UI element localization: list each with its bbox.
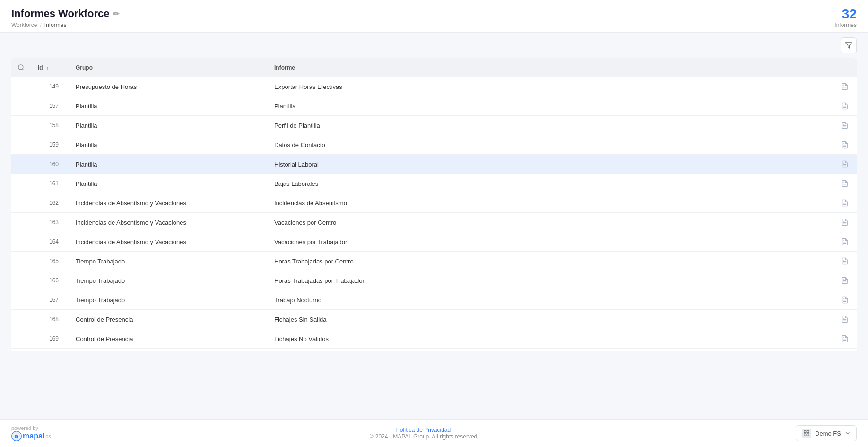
td-grupo: Tiempo Trabajado: [68, 290, 267, 310]
table-row[interactable]: 158PlantillaPerfil de Plantilla: [11, 116, 857, 135]
table-row[interactable]: 169Control de PresenciaFichajes No Válid…: [11, 329, 857, 349]
td-empty: [11, 232, 30, 252]
download-icon[interactable]: [841, 335, 849, 342]
table-row[interactable]: 159PlantillaDatos de Contacto: [11, 135, 857, 155]
breadcrumb: Workforce / Informes: [11, 22, 119, 28]
table-row[interactable]: 149Presupuesto de HorasExportar Horas Ef…: [11, 77, 857, 96]
table-row[interactable]: 163Incidencias de Absentismo y Vacacione…: [11, 213, 857, 232]
download-icon[interactable]: [841, 199, 849, 207]
td-action[interactable]: [833, 193, 857, 213]
td-action[interactable]: [833, 135, 857, 155]
td-empty: [11, 213, 30, 232]
download-icon[interactable]: [841, 141, 849, 149]
download-icon[interactable]: [841, 296, 849, 304]
table-container: Id ↑ Grupo Informe 149Presupuesto de Hor…: [0, 58, 868, 419]
td-empty: [11, 96, 30, 116]
td-action[interactable]: [833, 271, 857, 290]
download-icon[interactable]: [841, 102, 849, 110]
td-grupo: Tiempo Trabajado: [68, 271, 267, 290]
td-informe: Vacaciones por Centro: [267, 213, 833, 232]
table-row[interactable]: 162Incidencias de Absentismo y Vacacione…: [11, 193, 857, 213]
td-id: 168: [30, 310, 68, 329]
svg-rect-39: [804, 431, 806, 433]
breadcrumb-workforce[interactable]: Workforce: [11, 22, 37, 28]
download-icon[interactable]: [841, 316, 849, 323]
download-icon[interactable]: [841, 83, 849, 90]
table-row[interactable]: 167Tiempo TrabajadoTrabajo Nocturno: [11, 290, 857, 310]
informes-table: Id ↑ Grupo Informe 149Presupuesto de Hor…: [11, 58, 857, 351]
th-id[interactable]: Id ↑: [30, 58, 68, 77]
td-grupo: Tiempo Trabajado: [68, 349, 267, 352]
th-id-label: Id: [38, 64, 43, 71]
td-action[interactable]: [833, 155, 857, 174]
download-icon[interactable]: [841, 180, 849, 187]
td-action[interactable]: [833, 349, 857, 352]
td-action[interactable]: [833, 213, 857, 232]
mapal-logo-icon: m: [11, 431, 22, 441]
table-row[interactable]: 166Tiempo TrabajadoHoras Trabajadas por …: [11, 271, 857, 290]
td-informe: Fichajes Sin Salida: [267, 310, 833, 329]
page-footer: powered by m mapalos Política de Privaci…: [0, 419, 868, 447]
td-action[interactable]: [833, 77, 857, 96]
svg-rect-42: [807, 434, 809, 436]
td-grupo: Control de Presencia: [68, 310, 267, 329]
svg-marker-0: [845, 43, 851, 48]
filter-icon: [845, 42, 852, 49]
privacy-link[interactable]: Política de Privacidad: [396, 427, 451, 433]
table-row[interactable]: 164Incidencias de Absentismo y Vacacione…: [11, 232, 857, 252]
td-grupo: Presupuesto de Horas: [68, 77, 267, 96]
download-icon[interactable]: [841, 238, 849, 245]
table-row[interactable]: 165Tiempo TrabajadoHoras Trabajadas por …: [11, 252, 857, 271]
td-action[interactable]: [833, 329, 857, 349]
download-icon[interactable]: [841, 257, 849, 265]
td-action[interactable]: [833, 174, 857, 193]
td-action[interactable]: [833, 310, 857, 329]
td-empty: [11, 77, 30, 96]
td-empty: [11, 193, 30, 213]
header-row: Id ↑ Grupo Informe: [11, 58, 857, 77]
powered-by-label: powered by: [11, 425, 51, 431]
td-action[interactable]: [833, 96, 857, 116]
td-id: 157: [30, 96, 68, 116]
download-icon[interactable]: [841, 219, 849, 226]
td-informe: Bajas Laborales: [267, 174, 833, 193]
td-empty: [11, 155, 30, 174]
table-row[interactable]: 161PlantillaBajas Laborales: [11, 174, 857, 193]
td-id: 163: [30, 213, 68, 232]
table-row[interactable]: 168Control de PresenciaFichajes Sin Sali…: [11, 310, 857, 329]
td-id: 149: [30, 77, 68, 96]
td-action[interactable]: [833, 232, 857, 252]
filter-button[interactable]: [841, 37, 857, 53]
edit-icon[interactable]: ✏: [113, 9, 119, 18]
td-action[interactable]: [833, 290, 857, 310]
td-informe: Exportar Horas Efectivas: [267, 77, 833, 96]
breadcrumb-separator: /: [40, 22, 41, 28]
chevron-down-icon: [845, 430, 851, 436]
td-informe: Datos de Contacto: [267, 135, 833, 155]
td-grupo: Plantilla: [68, 174, 267, 193]
td-grupo: Plantilla: [68, 96, 267, 116]
search-icon[interactable]: [15, 64, 26, 71]
td-grupo: Incidencias de Absentismo y Vacaciones: [68, 193, 267, 213]
header-left: Informes Workforce ✏ Workforce / Informe…: [11, 8, 119, 28]
td-informe: Plantilla: [267, 96, 833, 116]
copyright-text: © 2024 - MAPAL Group. All rights reserve…: [370, 433, 477, 440]
td-action[interactable]: [833, 252, 857, 271]
table-header: Id ↑ Grupo Informe: [11, 58, 857, 77]
td-grupo: Control de Presencia: [68, 329, 267, 349]
table-row[interactable]: 170Tiempo TrabajadoEstado del Personal p…: [11, 349, 857, 352]
mapal-logo: m mapalos: [11, 431, 51, 441]
user-selector[interactable]: Demo FS: [796, 425, 857, 441]
scroll-wrapper[interactable]: Id ↑ Grupo Informe 149Presupuesto de Hor…: [11, 58, 857, 351]
table-row[interactable]: 157PlantillaPlantilla: [11, 96, 857, 116]
td-action[interactable]: [833, 116, 857, 135]
th-informe-label: Informe: [274, 64, 295, 71]
table-row[interactable]: 160PlantillaHistorial Laboral: [11, 155, 857, 174]
download-icon[interactable]: [841, 277, 849, 284]
download-icon[interactable]: [841, 160, 849, 168]
user-label: Demo FS: [815, 430, 841, 437]
td-id: 164: [30, 232, 68, 252]
download-icon[interactable]: [841, 122, 849, 129]
td-informe: Historial Laboral: [267, 155, 833, 174]
td-grupo: Plantilla: [68, 155, 267, 174]
